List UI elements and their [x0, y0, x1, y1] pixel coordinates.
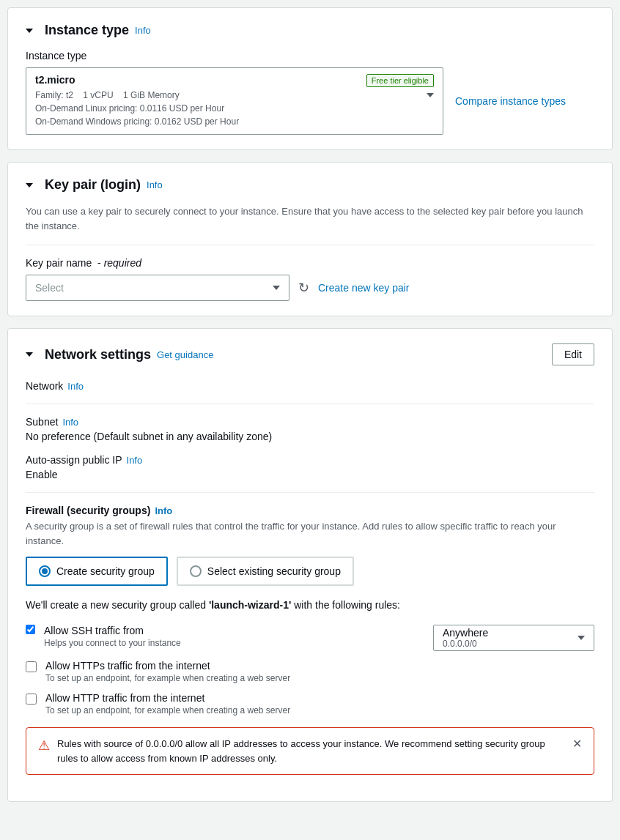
- firewall-info-link[interactable]: Info: [155, 505, 172, 516]
- network-settings-header: Network settings Get guidance Edit: [26, 343, 594, 365]
- sg-name: 'launch-wizard-1': [209, 599, 291, 611]
- refresh-icon: ↻: [298, 280, 309, 296]
- http-traffic-field: Allow HTTP traffic from the internet To …: [26, 692, 594, 716]
- key-pair-select[interactable]: Select: [26, 275, 289, 301]
- http-hint: To set up an endpoint, for example when …: [45, 705, 290, 716]
- instance-family: Family: t2: [35, 90, 73, 100]
- collapse-chevron-icon[interactable]: [26, 29, 33, 33]
- instance-meta: Family: t2 1 vCPU 1 GiB Memory On-Demand…: [35, 89, 239, 128]
- firewall-field: Firewall (security groups) Info A securi…: [26, 505, 594, 775]
- ssh-traffic-field: Allow SSH traffic from Helps you connect…: [26, 625, 594, 651]
- free-tier-badge: Free tier eligible: [366, 74, 434, 87]
- anywhere-label: Anywhere: [443, 627, 488, 639]
- anywhere-sub: 0.0.0.0/0: [443, 639, 488, 649]
- instance-type-select[interactable]: t2.micro Family: t2 1 vCPU 1 GiB Memory …: [26, 67, 443, 135]
- select-existing-security-group-label: Select existing security group: [207, 565, 341, 577]
- select-sg-radio-icon: [190, 565, 202, 577]
- network-divider-1: [26, 404, 594, 404]
- network-label: Network Info: [26, 380, 594, 392]
- ssh-checkbox-text: Allow SSH traffic from Helps you connect…: [44, 625, 181, 648]
- https-label[interactable]: Allow HTTPs traffic from the internet: [45, 660, 210, 672]
- warning-text: Rules with source of 0.0.0.0/0 allow all…: [57, 737, 565, 765]
- dropdown-arrow-icon: [427, 93, 434, 97]
- auto-assign-value: Enable: [26, 469, 594, 480]
- https-hint: To set up an endpoint, for example when …: [45, 673, 290, 683]
- key-pair-field-label: Key pair name - required: [26, 257, 594, 269]
- anywhere-dropdown-arrow-icon: [577, 636, 585, 640]
- allow-http-checkbox[interactable]: [26, 694, 37, 705]
- network-edit-button[interactable]: Edit: [552, 343, 594, 365]
- key-pair-title: Key pair (login): [45, 177, 141, 193]
- ssh-source-select[interactable]: Anywhere 0.0.0.0/0: [433, 625, 594, 651]
- key-pair-placeholder: Select: [35, 282, 64, 294]
- network-divider-2: [26, 492, 594, 493]
- key-pair-header: Key pair (login) Info: [26, 177, 594, 193]
- instance-type-title: Instance type: [45, 23, 129, 38]
- firewall-label: Firewall (security groups) Info: [26, 505, 594, 516]
- key-pair-section: Key pair (login) Info You can use a key …: [7, 162, 613, 316]
- instance-select-left: t2.micro Family: t2 1 vCPU 1 GiB Memory …: [35, 74, 239, 128]
- create-security-group-label: Create security group: [56, 565, 155, 577]
- key-pair-select-row: Select ↻ Create new key pair: [26, 275, 594, 301]
- network-header-left: Network settings Get guidance: [26, 347, 213, 363]
- select-existing-security-group-option[interactable]: Select existing security group: [177, 557, 354, 586]
- subnet-value: No preference (Default subnet in any ava…: [26, 431, 594, 442]
- instance-select-right: Free tier eligible: [366, 74, 434, 97]
- subnet-label: Subnet Info: [26, 416, 594, 428]
- refresh-key-pair-button[interactable]: ↻: [298, 280, 309, 296]
- anywhere-text: Anywhere 0.0.0.0/0: [443, 627, 488, 649]
- http-label[interactable]: Allow HTTP traffic from the internet: [45, 692, 204, 704]
- ssh-checkbox-left: Allow SSH traffic from Helps you connect…: [26, 625, 424, 648]
- compare-instance-types-link[interactable]: Compare instance types: [455, 95, 566, 107]
- instance-vcpu: 1 vCPU: [83, 90, 113, 100]
- key-pair-collapse-chevron-icon[interactable]: [26, 183, 33, 187]
- key-pair-dropdown-arrow-icon: [273, 286, 280, 290]
- https-checkbox-text: Allow HTTPs traffic from the internet To…: [45, 660, 290, 683]
- instance-name: t2.micro: [35, 74, 239, 86]
- network-settings-title: Network settings: [45, 347, 151, 363]
- http-checkbox-text: Allow HTTP traffic from the internet To …: [45, 692, 290, 716]
- warning-close-button[interactable]: ✕: [572, 737, 582, 751]
- firewall-description: A security group is a set of firewall ru…: [26, 519, 594, 548]
- auto-assign-field: Auto-assign public IP Info Enable: [26, 454, 594, 480]
- auto-assign-info-link[interactable]: Info: [127, 455, 143, 466]
- network-field: Network Info: [26, 380, 594, 392]
- create-security-group-option[interactable]: Create security group: [26, 557, 168, 586]
- key-pair-info-link[interactable]: Info: [147, 179, 163, 190]
- allow-https-checkbox[interactable]: [26, 661, 37, 672]
- auto-assign-label: Auto-assign public IP Info: [26, 454, 594, 466]
- security-group-info-text: We'll create a new security group called…: [26, 598, 594, 613]
- instance-linux-pricing: On-Demand Linux pricing: 0.0116 USD per …: [35, 103, 224, 114]
- instance-type-header: Instance type Info: [26, 23, 594, 38]
- security-warning-box: ⚠ Rules with source of 0.0.0.0/0 allow a…: [26, 727, 594, 775]
- network-settings-section: Network settings Get guidance Edit Netwo…: [7, 328, 613, 802]
- key-pair-divider: [26, 245, 594, 245]
- instance-type-section: Instance type Info Instance type t2.micr…: [7, 7, 613, 150]
- instance-type-field-label: Instance type: [26, 50, 594, 62]
- instance-type-info-link[interactable]: Info: [135, 25, 151, 36]
- subnet-info-link[interactable]: Info: [62, 417, 78, 428]
- create-new-key-pair-link[interactable]: Create new key pair: [318, 282, 410, 294]
- key-pair-description: You can use a key pair to securely conne…: [26, 204, 594, 233]
- create-sg-radio-icon: [39, 565, 51, 577]
- allow-ssh-checkbox[interactable]: [26, 625, 35, 634]
- https-traffic-field: Allow HTTPs traffic from the internet To…: [26, 660, 594, 683]
- instance-type-row: t2.micro Family: t2 1 vCPU 1 GiB Memory …: [26, 67, 594, 135]
- network-guidance-link[interactable]: Get guidance: [157, 349, 213, 360]
- instance-windows-pricing: On-Demand Windows pricing: 0.0162 USD pe…: [35, 116, 239, 127]
- instance-memory: 1 GiB Memory: [123, 90, 180, 100]
- ssh-hint: Helps you connect to your instance: [44, 638, 181, 648]
- warning-icon: ⚠: [38, 737, 50, 754]
- subnet-field: Subnet Info No preference (Default subne…: [26, 416, 594, 442]
- security-group-radio-group: Create security group Select existing se…: [26, 557, 594, 586]
- ssh-label[interactable]: Allow SSH traffic from: [44, 625, 144, 636]
- network-collapse-chevron-icon[interactable]: [26, 352, 33, 357]
- network-info-link[interactable]: Info: [67, 381, 84, 392]
